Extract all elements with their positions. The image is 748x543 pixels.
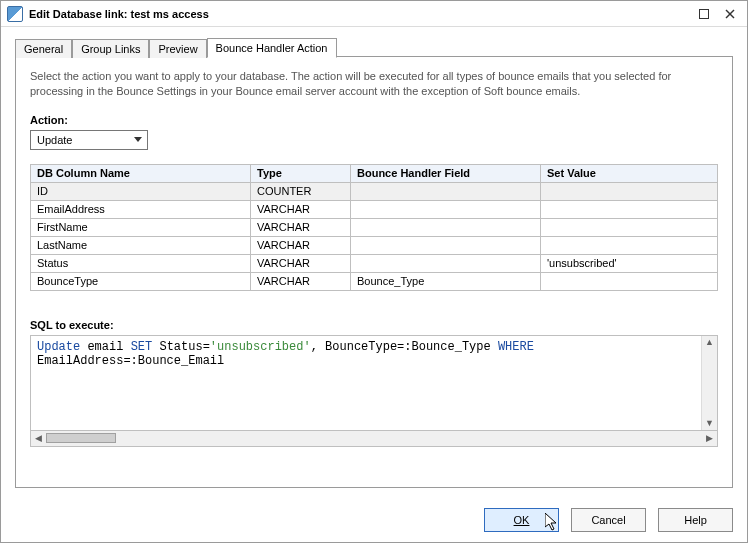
- cell-set: [541, 182, 718, 200]
- header-bounce-field[interactable]: Bounce Handler Field: [351, 164, 541, 182]
- app-icon: [7, 6, 23, 22]
- action-dropdown[interactable]: Update: [30, 130, 148, 150]
- header-db-column[interactable]: DB Column Name: [31, 164, 251, 182]
- tab-panel: Select the action you want to apply to y…: [15, 56, 733, 488]
- tab-group-links[interactable]: Group Links: [72, 39, 149, 58]
- cell-set: [541, 200, 718, 218]
- tab-general[interactable]: General: [15, 39, 72, 58]
- cell-type: VARCHAR: [251, 200, 351, 218]
- cell-col: ID: [31, 182, 251, 200]
- cell-set: [541, 272, 718, 290]
- scroll-thumb[interactable]: [46, 433, 116, 443]
- scroll-right-icon: ▶: [706, 434, 713, 443]
- cell-field: Bounce_Type: [351, 272, 541, 290]
- action-label: Action:: [30, 114, 718, 126]
- cell-type: VARCHAR: [251, 236, 351, 254]
- cell-set: [541, 236, 718, 254]
- maximize-icon: [699, 9, 709, 19]
- table-row[interactable]: Status VARCHAR 'unsubscribed': [31, 254, 718, 272]
- help-button-label: Help: [684, 514, 707, 526]
- cancel-button[interactable]: Cancel: [571, 508, 646, 532]
- maximize-button[interactable]: [693, 5, 715, 23]
- titlebar: Edit Database link: test ms access: [1, 1, 747, 27]
- cell-field: [351, 236, 541, 254]
- description-text: Select the action you want to apply to y…: [30, 69, 718, 100]
- tab-bounce-handler-action[interactable]: Bounce Handler Action: [207, 38, 337, 58]
- close-icon: [725, 9, 735, 19]
- scroll-up-icon: ▲: [705, 338, 714, 347]
- table-row[interactable]: FirstName VARCHAR: [31, 218, 718, 236]
- table-header-row: DB Column Name Type Bounce Handler Field…: [31, 164, 718, 182]
- tab-strip: General Group Links Preview Bounce Handl…: [15, 37, 733, 57]
- header-set-value[interactable]: Set Value: [541, 164, 718, 182]
- sql-content: Update email SET Status='unsubscribed', …: [31, 336, 701, 430]
- window-title: Edit Database link: test ms access: [29, 8, 689, 20]
- cell-type: VARCHAR: [251, 218, 351, 236]
- scroll-left-icon: ◀: [35, 434, 42, 443]
- cell-type: VARCHAR: [251, 254, 351, 272]
- ok-button-label: OK: [514, 514, 530, 526]
- cell-col: BounceType: [31, 272, 251, 290]
- vertical-scrollbar[interactable]: ▲ ▼: [701, 336, 717, 430]
- sql-textarea[interactable]: Update email SET Status='unsubscribed', …: [30, 335, 718, 431]
- header-type[interactable]: Type: [251, 164, 351, 182]
- cell-field: [351, 182, 541, 200]
- cancel-button-label: Cancel: [591, 514, 625, 526]
- cell-field: [351, 218, 541, 236]
- tab-preview[interactable]: Preview: [149, 39, 206, 58]
- columns-table: DB Column Name Type Bounce Handler Field…: [30, 164, 718, 291]
- cell-col: Status: [31, 254, 251, 272]
- table-row[interactable]: EmailAddress VARCHAR: [31, 200, 718, 218]
- cell-set: 'unsubscribed': [541, 254, 718, 272]
- cell-col: EmailAddress: [31, 200, 251, 218]
- dialog-button-row: OK Cancel Help: [1, 498, 747, 542]
- cell-set: [541, 218, 718, 236]
- table-row[interactable]: BounceType VARCHAR Bounce_Type: [31, 272, 718, 290]
- dialog-body: General Group Links Preview Bounce Handl…: [1, 27, 747, 498]
- table-row[interactable]: LastName VARCHAR: [31, 236, 718, 254]
- scroll-down-icon: ▼: [705, 419, 714, 428]
- cell-type: VARCHAR: [251, 272, 351, 290]
- svg-rect-0: [700, 9, 709, 18]
- cell-type: COUNTER: [251, 182, 351, 200]
- svg-marker-3: [134, 137, 142, 142]
- cell-col: FirstName: [31, 218, 251, 236]
- action-dropdown-value: Update: [37, 134, 72, 146]
- close-button[interactable]: [719, 5, 741, 23]
- dialog-window: Edit Database link: test ms access Gener…: [0, 0, 748, 543]
- cell-field: [351, 200, 541, 218]
- table-row[interactable]: ID COUNTER: [31, 182, 718, 200]
- cell-col: LastName: [31, 236, 251, 254]
- sql-label: SQL to execute:: [30, 319, 718, 331]
- chevron-down-icon: [131, 133, 145, 147]
- cell-field: [351, 254, 541, 272]
- ok-button[interactable]: OK: [484, 508, 559, 532]
- horizontal-scrollbar[interactable]: ◀ ▶: [30, 431, 718, 447]
- help-button[interactable]: Help: [658, 508, 733, 532]
